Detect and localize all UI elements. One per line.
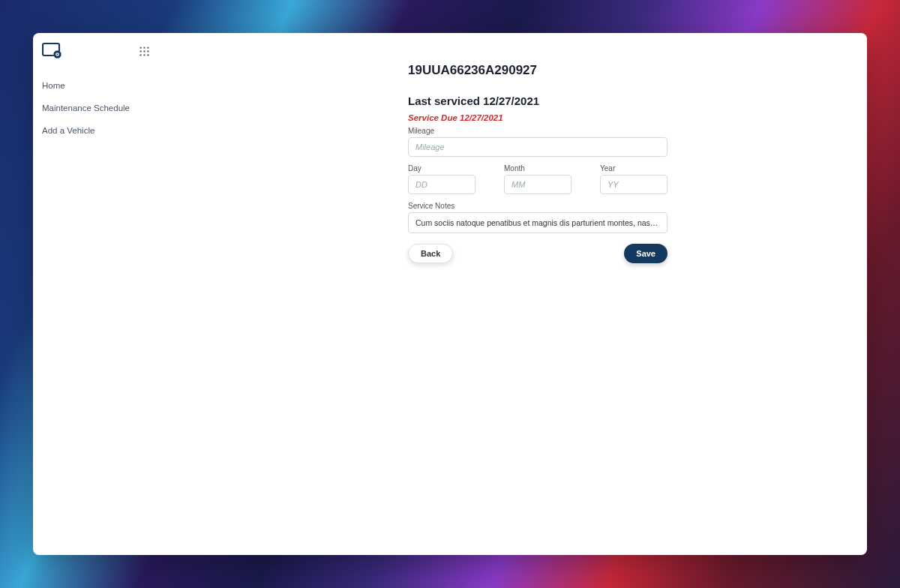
svg-point-7 xyxy=(143,50,145,52)
sidebar-item-label: Add a Vehicle xyxy=(42,126,94,135)
svg-point-4 xyxy=(143,46,145,48)
svg-point-10 xyxy=(143,54,145,56)
svg-point-5 xyxy=(147,46,148,48)
day-input[interactable] xyxy=(408,175,476,194)
year-input[interactable] xyxy=(600,175,668,194)
app-menu-grid-icon[interactable] xyxy=(136,44,152,58)
app-logo-icon xyxy=(42,42,63,60)
service-notes-input[interactable]: Cum sociis natoque penatibus et magnis d… xyxy=(408,212,668,233)
month-field-group: Month xyxy=(504,164,572,194)
year-field-group: Year xyxy=(600,164,668,194)
svg-point-3 xyxy=(140,46,141,48)
main-content: 19UUA66236A290927 Last serviced 12/27/20… xyxy=(160,33,867,555)
svg-point-9 xyxy=(140,54,141,56)
service-notes-field-group: Service Notes Cum sociis natoque penatib… xyxy=(408,202,837,233)
day-label: Day xyxy=(408,164,476,172)
sidebar-item-label: Maintenance Schedule xyxy=(42,104,130,112)
year-label: Year xyxy=(600,164,668,172)
sidebar-item-label: Home xyxy=(42,81,65,90)
month-input[interactable] xyxy=(504,175,572,194)
mileage-field-group: Mileage xyxy=(408,127,668,157)
sidebar-header xyxy=(40,42,153,60)
service-due-text: Service Due 12/27/2021 xyxy=(408,113,837,122)
sidebar-item-maintenance-schedule[interactable]: Maintenance Schedule xyxy=(40,99,153,117)
service-notes-label: Service Notes xyxy=(408,202,837,210)
svg-point-11 xyxy=(147,54,148,56)
app-window: Home Maintenance Schedule Add a Vehicle … xyxy=(33,33,867,555)
sidebar: Home Maintenance Schedule Add a Vehicle xyxy=(33,33,160,555)
sidebar-item-add-vehicle[interactable]: Add a Vehicle xyxy=(40,122,153,140)
sidebar-item-home[interactable]: Home xyxy=(40,76,153,94)
back-button[interactable]: Back xyxy=(408,244,453,263)
mileage-label: Mileage xyxy=(408,127,668,135)
svg-point-6 xyxy=(140,50,141,52)
date-field-row: Day Month Year xyxy=(408,164,668,194)
last-serviced-heading: Last serviced 12/27/2021 xyxy=(408,94,837,107)
form-button-row: Back Save xyxy=(408,244,668,263)
day-field-group: Day xyxy=(408,164,476,194)
svg-point-8 xyxy=(147,50,148,52)
month-label: Month xyxy=(504,164,572,172)
mileage-input[interactable] xyxy=(408,137,668,157)
save-button[interactable]: Save xyxy=(624,244,668,263)
page-title: 19UUA66236A290927 xyxy=(408,63,837,78)
